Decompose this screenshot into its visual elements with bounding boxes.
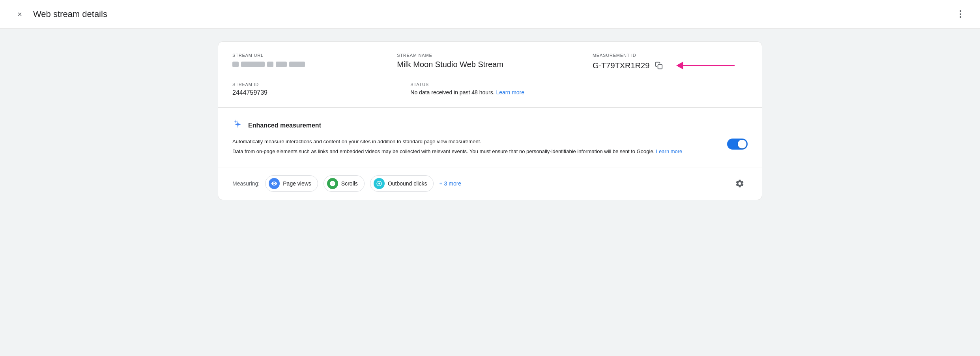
arrow-line <box>683 65 735 66</box>
header-left: × Web stream details <box>13 7 107 21</box>
measuring-label: Measuring: <box>232 180 260 187</box>
page-title: Web stream details <box>33 9 107 19</box>
enhanced-learn-more-link[interactable]: Learn more <box>656 148 682 154</box>
page-views-icon <box>269 178 280 189</box>
measuring-badges-container: Page views Scrolls <box>265 175 726 192</box>
stream-name-block: STREAM NAME Milk Moon Studio Web Stream <box>397 53 583 71</box>
close-icon: × <box>17 10 22 19</box>
measuring-settings-button[interactable] <box>732 176 748 191</box>
enhanced-header: Enhanced measurement <box>232 119 748 132</box>
outbound-clicks-badge[interactable]: Outbound clicks <box>370 175 434 192</box>
measuring-section: Measuring: Page views <box>218 167 762 200</box>
stream-id-value: 2444759739 <box>232 89 401 96</box>
status-learn-more-link[interactable]: Learn more <box>496 89 524 96</box>
arrow-annotation <box>683 65 735 66</box>
details-card: STREAM URL STREAM NAME Milk Moon Studio … <box>218 41 762 200</box>
page-views-label: Page views <box>283 180 311 187</box>
enhanced-body: Automatically measure interactions and c… <box>232 138 748 156</box>
enhanced-measurement-title: Enhanced measurement <box>248 122 321 129</box>
measurement-id-value: G-T79TXR1R29 <box>593 61 650 70</box>
more-options-button[interactable]: ⋮ <box>953 7 967 21</box>
url-blur-2 <box>241 62 265 67</box>
close-button[interactable]: × <box>13 7 27 21</box>
measurement-id-block: MEASUREMENT ID G-T79TXR1R29 <box>593 53 748 71</box>
arrow-head <box>676 62 683 69</box>
enhanced-measurement-section: Enhanced measurement Automatically measu… <box>218 108 762 167</box>
outbound-clicks-icon <box>374 178 385 189</box>
more-link[interactable]: + 3 more <box>439 180 461 187</box>
status-block: STATUS No data received in past 48 hours… <box>410 82 748 96</box>
more-icon: ⋮ <box>956 9 965 19</box>
stream-info-grid: STREAM URL STREAM NAME Milk Moon Studio … <box>232 53 748 71</box>
status-label: STATUS <box>410 82 748 87</box>
page-views-badge[interactable]: Page views <box>265 175 318 192</box>
stream-url-label: STREAM URL <box>232 53 387 58</box>
enhanced-toggle-wrapper <box>727 139 748 150</box>
scrolls-icon <box>327 178 338 189</box>
settings-icon <box>735 179 744 188</box>
stream-name-label: STREAM NAME <box>397 53 583 58</box>
status-text: No data received in past 48 hours. Learn… <box>410 89 748 96</box>
stream-url-value <box>232 62 387 67</box>
main-content: STREAM URL STREAM NAME Milk Moon Studio … <box>0 29 980 213</box>
stream-id-status-grid: STREAM ID 2444759739 STATUS No data rece… <box>232 82 748 96</box>
svg-rect-0 <box>658 65 662 69</box>
page-header: × Web stream details ⋮ <box>0 0 980 29</box>
sparkle-icon <box>232 119 243 132</box>
url-blur-1 <box>232 62 239 67</box>
measurement-id-row: G-T79TXR1R29 <box>593 60 748 71</box>
toggle-knob <box>738 140 746 148</box>
url-blur-3 <box>267 62 273 67</box>
copy-id-button[interactable] <box>653 60 664 71</box>
stream-name-value: Milk Moon Studio Web Stream <box>397 60 583 69</box>
outbound-clicks-label: Outbound clicks <box>388 180 427 187</box>
stream-id-block: STREAM ID 2444759739 <box>232 82 401 96</box>
scrolls-label: Scrolls <box>341 180 358 187</box>
measurement-id-label: MEASUREMENT ID <box>593 53 748 58</box>
stream-url-block: STREAM URL <box>232 53 387 71</box>
stream-info-section: STREAM URL STREAM NAME Milk Moon Studio … <box>218 42 762 108</box>
copy-icon <box>655 62 663 69</box>
url-blur-4 <box>276 62 287 67</box>
enhanced-toggle[interactable] <box>727 139 748 150</box>
enhanced-description: Automatically measure interactions and c… <box>232 138 719 156</box>
stream-id-label: STREAM ID <box>232 82 401 87</box>
scrolls-badge[interactable]: Scrolls <box>324 175 365 192</box>
url-blur-5 <box>289 62 305 67</box>
